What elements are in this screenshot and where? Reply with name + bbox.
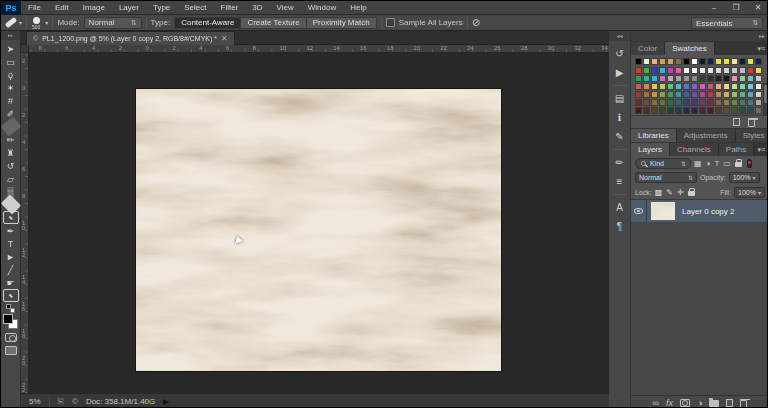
path-selection-tool[interactable]: ► <box>3 250 19 263</box>
paragraph-icon[interactable]: ¶ <box>611 218 629 235</box>
swatch[interactable] <box>643 67 650 74</box>
swatch[interactable] <box>651 75 658 82</box>
swatch[interactable] <box>659 99 666 106</box>
swatch[interactable] <box>643 91 650 98</box>
swatch[interactable] <box>651 99 658 106</box>
line-tool[interactable]: ╱ <box>3 263 19 276</box>
minimize-button[interactable]: – <box>703 1 725 15</box>
default-colors-icon[interactable] <box>6 304 15 313</box>
swatch[interactable] <box>731 99 738 106</box>
panel-menu-icon[interactable]: ▾≡ <box>757 42 768 55</box>
foreground-color-swatch[interactable] <box>3 314 13 324</box>
swatch[interactable] <box>651 107 658 114</box>
swatch[interactable] <box>715 83 722 90</box>
lock-paint-icon[interactable]: ✎ <box>666 188 673 197</box>
swatch[interactable] <box>755 91 762 98</box>
swatch[interactable] <box>739 107 746 114</box>
swatch[interactable] <box>635 107 642 114</box>
swatch[interactable] <box>723 83 730 90</box>
swatch[interactable] <box>643 99 650 106</box>
swatch[interactable] <box>691 91 698 98</box>
blend-mode-select[interactable]: Normal ⇅ <box>635 172 697 183</box>
swatch[interactable] <box>683 91 690 98</box>
swatch[interactable] <box>659 91 666 98</box>
swatch[interactable] <box>675 107 682 114</box>
menu-3d[interactable]: 3D <box>245 1 269 15</box>
swatch[interactable] <box>747 58 754 65</box>
crop-tool[interactable]: # <box>3 94 19 107</box>
swatch[interactable] <box>715 67 722 74</box>
tab-adjustments[interactable]: Adjustments <box>677 129 736 142</box>
swatch[interactable] <box>755 75 762 82</box>
swatch[interactable] <box>635 75 642 82</box>
actions-icon[interactable]: ▶ <box>611 64 629 81</box>
close-button[interactable]: ✕ <box>747 1 768 15</box>
tab-styles[interactable]: Styles <box>736 129 768 142</box>
swatch[interactable] <box>731 107 738 114</box>
delete-layer-icon[interactable] <box>740 400 747 408</box>
swatch[interactable] <box>675 67 682 74</box>
swatch[interactable] <box>707 91 714 98</box>
filter-smart-objects-icon[interactable] <box>735 162 742 167</box>
swatch[interactable] <box>635 58 642 65</box>
swatch[interactable] <box>747 75 754 82</box>
menu-type[interactable]: Type <box>146 1 177 15</box>
swatch[interactable] <box>635 91 642 98</box>
type-tool[interactable]: T <box>3 237 19 250</box>
quick-selection-tool[interactable]: ✶ <box>3 81 19 94</box>
swatch[interactable] <box>755 58 762 65</box>
swatch[interactable] <box>651 83 658 90</box>
add-mask-icon[interactable] <box>680 399 690 407</box>
swatch[interactable] <box>755 99 762 106</box>
swatch[interactable] <box>747 83 754 90</box>
swatch[interactable] <box>667 91 674 98</box>
swatch[interactable] <box>699 58 706 65</box>
layer-thumbnail[interactable] <box>651 202 675 220</box>
swatch[interactable] <box>675 58 682 65</box>
swatch[interactable] <box>667 67 674 74</box>
swatch[interactable] <box>683 58 690 65</box>
zoom-tool[interactable] <box>3 289 19 302</box>
canvas-pasteboard[interactable] <box>29 53 609 393</box>
swatch[interactable] <box>635 67 642 74</box>
hand-tool[interactable]: ☛ <box>3 276 19 289</box>
swatch[interactable] <box>723 99 730 106</box>
swatch[interactable] <box>691 83 698 90</box>
create-texture-button[interactable]: Create Texture <box>241 17 306 29</box>
swatch[interactable] <box>747 107 754 114</box>
filter-toggle-switch[interactable] <box>747 159 752 168</box>
brush-size-picker[interactable]: 500 <box>32 17 40 29</box>
quick-mask-button[interactable] <box>5 333 17 342</box>
swatch[interactable] <box>651 91 658 98</box>
swatch[interactable] <box>747 91 754 98</box>
swatch[interactable] <box>643 75 650 82</box>
new-layer-icon[interactable] <box>726 399 733 407</box>
swatch[interactable] <box>667 58 674 65</box>
strip-collapse-button[interactable]: ◂◂ <box>609 31 630 41</box>
swatch[interactable] <box>699 83 706 90</box>
swatch[interactable] <box>731 58 738 65</box>
swatch[interactable] <box>691 107 698 114</box>
sample-all-layers-checkbox[interactable] <box>386 18 395 27</box>
swatch[interactable] <box>707 75 714 82</box>
link-layers-icon[interactable]: ∞ <box>653 398 659 408</box>
layer-style-icon[interactable]: fx <box>666 398 673 408</box>
export-icon[interactable]: ⎘ <box>58 397 64 407</box>
swatch[interactable] <box>715 75 722 82</box>
status-popup-arrow[interactable]: ▶ <box>163 398 168 406</box>
workspace-select[interactable]: Essentials ⇅ <box>691 17 763 29</box>
menu-view[interactable]: View <box>270 1 301 15</box>
swatch[interactable] <box>739 99 746 106</box>
history-brush-tool[interactable]: ↺ <box>3 159 19 172</box>
history-icon[interactable]: ↺ <box>611 45 629 62</box>
swatch[interactable] <box>683 67 690 74</box>
swatch[interactable] <box>691 58 698 65</box>
swatch[interactable] <box>715 91 722 98</box>
swatch[interactable] <box>643 107 650 114</box>
swatch[interactable] <box>643 58 650 65</box>
canvas-image[interactable] <box>136 89 501 371</box>
swatch[interactable] <box>731 75 738 82</box>
swatch[interactable] <box>731 67 738 74</box>
swatch[interactable] <box>747 67 754 74</box>
swatch[interactable] <box>739 58 746 65</box>
